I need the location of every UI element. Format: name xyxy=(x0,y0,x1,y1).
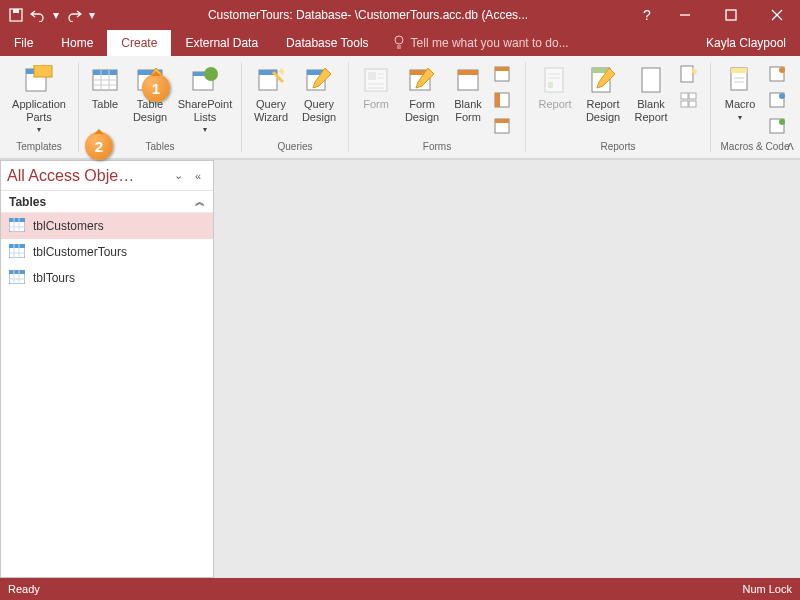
navigation-pane: All Access Obje… ⌄ « Tables ︽ tblCustome… xyxy=(0,160,214,578)
tab-external-data[interactable]: External Data xyxy=(171,30,272,56)
nav-header[interactable]: All Access Obje… ⌄ « xyxy=(1,161,213,191)
query-wizard-button[interactable]: Query Wizard xyxy=(248,60,294,138)
nav-header-title: All Access Obje… xyxy=(7,167,167,185)
code-more xyxy=(765,60,793,138)
tab-create[interactable]: Create xyxy=(107,30,171,56)
workspace xyxy=(214,160,800,578)
help-button[interactable]: ? xyxy=(632,0,662,30)
svg-rect-13 xyxy=(93,70,117,75)
svg-rect-56 xyxy=(689,101,696,107)
status-bar: Ready Num Lock xyxy=(0,578,800,600)
svg-rect-43 xyxy=(495,119,509,123)
form-button[interactable]: Form xyxy=(355,60,397,138)
report-button[interactable]: Report xyxy=(532,60,578,138)
form-design-icon xyxy=(406,64,438,96)
quick-access-toolbar: ▾ ▾ xyxy=(0,7,104,23)
report-design-button[interactable]: Report Design xyxy=(580,60,626,138)
blank-form-icon xyxy=(452,64,484,96)
more-forms-button[interactable] xyxy=(491,114,517,138)
navigation-button[interactable] xyxy=(491,88,517,112)
group-label: Reports xyxy=(600,138,635,154)
maximize-button[interactable] xyxy=(708,0,754,30)
svg-rect-73 xyxy=(9,244,25,248)
collapse-ribbon-icon[interactable]: ᐱ xyxy=(787,141,794,152)
ribbon: Application Parts▾ Templates Table Table… xyxy=(0,56,800,160)
svg-point-62 xyxy=(779,67,785,73)
macro-icon xyxy=(724,64,756,96)
svg-rect-68 xyxy=(9,218,25,222)
svg-point-6 xyxy=(395,36,403,44)
svg-rect-37 xyxy=(458,70,478,75)
sharepoint-lists-button[interactable]: SharePoint Lists▾ xyxy=(175,60,235,138)
svg-rect-78 xyxy=(9,270,25,274)
save-icon[interactable] xyxy=(8,7,24,23)
nav-item-tblcustomertours[interactable]: tblCustomerTours xyxy=(1,239,213,265)
nav-filter-dropdown-icon[interactable]: ⌄ xyxy=(169,167,187,185)
module-button[interactable] xyxy=(765,62,791,86)
nav-group-tables[interactable]: Tables ︽ xyxy=(1,191,213,213)
callout-1: 1 xyxy=(142,74,170,102)
tab-file[interactable]: File xyxy=(0,30,47,56)
dropdown-icon[interactable]: ▾ xyxy=(52,7,60,23)
tell-me-placeholder: Tell me what you want to do... xyxy=(411,36,569,50)
svg-rect-39 xyxy=(495,67,509,71)
query-design-icon xyxy=(303,64,335,96)
blank-form-button[interactable]: Blank Form xyxy=(447,60,489,138)
svg-point-66 xyxy=(779,119,785,125)
table-icon xyxy=(9,270,25,287)
table-icon xyxy=(89,64,121,96)
svg-rect-53 xyxy=(681,93,688,99)
report-wizard-button[interactable] xyxy=(676,62,702,86)
table-button[interactable]: Table xyxy=(85,60,125,138)
nav-item-tbltours[interactable]: tblTours xyxy=(1,265,213,291)
group-queries: Query Wizard Query Design Queries xyxy=(242,56,348,158)
class-module-button[interactable] xyxy=(765,88,791,112)
query-design-button[interactable]: Query Design xyxy=(296,60,342,138)
tab-database-tools[interactable]: Database Tools xyxy=(272,30,383,56)
form-wizard-button[interactable] xyxy=(491,62,517,86)
undo-icon[interactable] xyxy=(30,7,46,23)
svg-rect-3 xyxy=(726,10,736,20)
main-area: All Access Obje… ⌄ « Tables ︽ tblCustome… xyxy=(0,160,800,578)
group-label: Templates xyxy=(16,138,62,154)
tell-me-search[interactable]: Tell me what you want to do... xyxy=(383,30,579,56)
svg-rect-29 xyxy=(368,72,376,80)
blank-report-button[interactable]: Blank Report xyxy=(628,60,674,138)
svg-point-64 xyxy=(779,93,785,99)
table-icon xyxy=(9,218,25,235)
group-label: Forms xyxy=(423,138,451,154)
svg-marker-25 xyxy=(279,68,284,75)
user-name[interactable]: Kayla Claypool xyxy=(692,30,800,56)
macro-button[interactable]: Macro▾ xyxy=(717,60,763,138)
svg-rect-51 xyxy=(681,66,693,82)
minimize-button[interactable] xyxy=(662,0,708,30)
nav-item-label: tblCustomerTours xyxy=(33,245,127,259)
status-numlock: Num Lock xyxy=(742,583,792,595)
labels-button[interactable] xyxy=(676,88,702,112)
redo-icon[interactable] xyxy=(66,7,82,23)
nav-item-tblcustomers[interactable]: tblCustomers xyxy=(1,213,213,239)
group-forms: Form Form Design Blank Form Forms xyxy=(349,56,525,158)
group-label: Macros & Code xyxy=(721,138,790,154)
query-wizard-icon xyxy=(255,64,287,96)
form-icon xyxy=(360,64,392,96)
svg-point-22 xyxy=(204,67,218,81)
nav-group-collapse-icon: ︽ xyxy=(195,195,205,209)
sharepoint-icon xyxy=(189,64,221,96)
dropdown-icon[interactable]: ▾ xyxy=(88,7,96,23)
application-parts-button[interactable]: Application Parts▾ xyxy=(6,60,72,138)
visual-basic-button[interactable] xyxy=(765,114,791,138)
close-button[interactable] xyxy=(754,0,800,30)
window-controls: ? xyxy=(632,0,800,30)
report-icon xyxy=(539,64,571,96)
table-icon xyxy=(9,244,25,261)
window-title: CustomerTours: Database- \CustomerTours.… xyxy=(104,8,632,22)
nav-collapse-icon[interactable]: « xyxy=(189,167,207,185)
svg-rect-1 xyxy=(13,9,19,13)
tab-home[interactable]: Home xyxy=(47,30,107,56)
svg-rect-11 xyxy=(34,65,52,77)
lightbulb-icon xyxy=(393,35,405,52)
form-design-button[interactable]: Form Design xyxy=(399,60,445,138)
ribbon-tabs: File Home Create External Data Database … xyxy=(0,30,800,56)
reports-more xyxy=(676,60,704,112)
